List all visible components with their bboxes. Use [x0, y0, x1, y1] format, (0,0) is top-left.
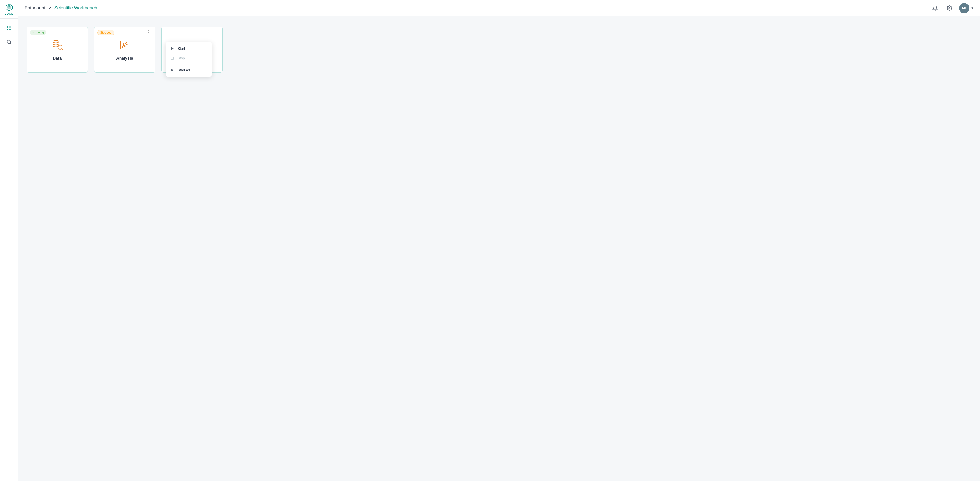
stopped-badge: Stopped [97, 30, 115, 35]
svg-point-12 [7, 40, 11, 44]
svg-point-14 [948, 7, 950, 9]
cards-grid: Running ⋮ Data Stopped ⋮ [27, 27, 972, 73]
header: Enthought > Scientific Workbench AK ▼ [0, 0, 980, 16]
play-as-icon [170, 68, 175, 73]
analysis-card-icon [118, 38, 131, 54]
apps-icon [6, 25, 12, 31]
avatar: AK [959, 3, 969, 13]
breadcrumb: Enthought > Scientific Workbench [24, 5, 97, 11]
svg-point-7 [9, 27, 10, 29]
svg-point-22 [123, 43, 124, 45]
gear-icon [947, 5, 952, 11]
breadcrumb-root[interactable]: Enthought [24, 5, 46, 11]
analysis-card-menu-button[interactable]: ⋮ [145, 29, 153, 35]
data-card[interactable]: Running ⋮ Data [27, 27, 88, 73]
data-card-icon [51, 38, 64, 54]
sidebar-divider [0, 18, 18, 19]
svg-point-20 [122, 46, 123, 48]
stop-icon [170, 56, 175, 60]
svg-point-5 [11, 25, 11, 27]
menu-start-as-label: Start As... [178, 68, 193, 72]
main-content: Running ⋮ Data Stopped ⋮ [18, 16, 980, 481]
user-menu[interactable]: AK ▼ [959, 3, 974, 13]
svg-rect-28 [171, 57, 173, 59]
menu-start-label: Start [178, 46, 185, 51]
menu-item-stop: Stop [166, 53, 212, 63]
sidebar-item-apps[interactable] [3, 22, 15, 34]
svg-point-25 [124, 46, 126, 47]
data-card-label: Data [53, 56, 62, 61]
svg-point-15 [53, 40, 59, 43]
svg-marker-27 [171, 47, 174, 50]
analysis-card[interactable]: Stopped ⋮ Analysis [94, 27, 155, 73]
svg-marker-29 [171, 69, 174, 72]
breadcrumb-current: Scientific Workbench [54, 5, 97, 11]
settings-button[interactable] [945, 3, 954, 13]
svg-point-24 [126, 42, 127, 43]
analysis-card-label: Analysis [116, 56, 133, 61]
header-actions: AK ▼ [931, 3, 974, 13]
svg-line-17 [62, 49, 63, 50]
svg-point-4 [9, 25, 10, 27]
menu-stop-label: Stop [178, 56, 185, 60]
logo-icon [5, 3, 13, 11]
data-card-menu-button[interactable]: ⋮ [77, 29, 85, 35]
svg-point-11 [11, 29, 11, 30]
svg-point-6 [7, 27, 8, 29]
svg-point-8 [11, 27, 11, 29]
play-icon [170, 46, 175, 51]
notifications-button[interactable] [931, 3, 940, 13]
menu-item-start-as[interactable]: Start As... [166, 65, 212, 75]
menu-item-start[interactable]: Start [166, 44, 212, 53]
svg-point-26 [126, 44, 128, 45]
svg-point-9 [7, 29, 8, 30]
logo[interactable]: EDGE [3, 3, 15, 15]
sidebar-item-search[interactable] [3, 36, 15, 48]
context-menu: Start Stop Start As... [166, 42, 212, 76]
svg-point-3 [7, 25, 8, 27]
brand-label: EDGE [5, 12, 14, 15]
svg-point-10 [9, 29, 10, 30]
breadcrumb-separator: > [49, 5, 51, 11]
avatar-caret-icon: ▼ [971, 6, 974, 10]
sidebar: EDGE [0, 0, 18, 481]
search-icon [6, 39, 12, 45]
running-badge: Running [30, 30, 46, 35]
svg-line-13 [10, 43, 11, 45]
bell-icon [932, 5, 938, 11]
